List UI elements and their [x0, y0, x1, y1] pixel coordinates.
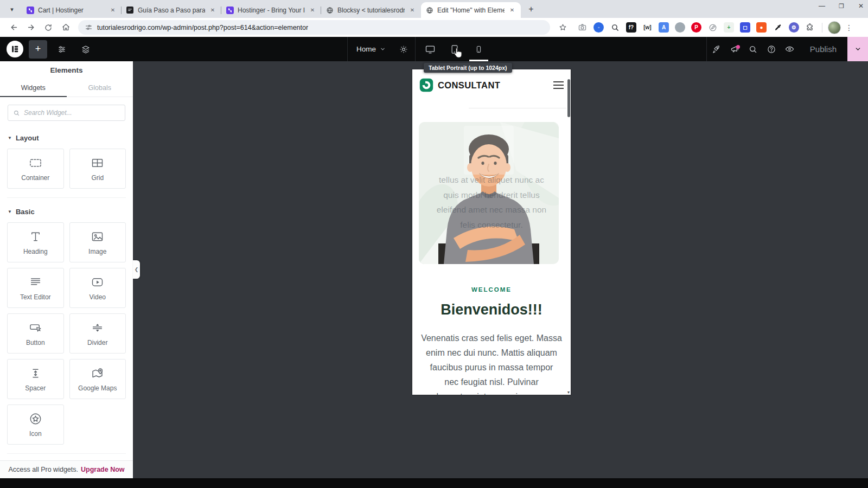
device-mobile-icon[interactable]: [467, 37, 491, 61]
scrollbar-down-arrow[interactable]: ▼: [566, 390, 571, 394]
widget-heading[interactable]: Heading: [7, 222, 64, 262]
forward-icon[interactable]: [24, 21, 38, 35]
site-brand[interactable]: CONSULTANT: [419, 78, 500, 92]
address-bar[interactable]: tutorialesrodrigo.com/wp-admin/post.php?…: [78, 20, 550, 35]
browser-tab[interactable]: Edit "Home" with Elementor✕: [421, 2, 521, 18]
section-divider: [469, 108, 566, 108]
widget-text-editor[interactable]: Text Editor: [7, 268, 64, 308]
structure-layers-icon[interactable]: [76, 40, 95, 59]
tab-close-icon[interactable]: ✕: [408, 6, 417, 15]
upgrade-now-link[interactable]: Upgrade Now: [81, 466, 125, 473]
maximize-button[interactable]: ❐: [838, 3, 845, 10]
browser-tab[interactable]: Guía Paso a Paso para Crear tu✕: [122, 2, 221, 18]
widget-divider[interactable]: Divider: [69, 313, 126, 354]
help-icon[interactable]: [762, 40, 781, 59]
browser-tab[interactable]: Hostinger - Bring Your Idea On✕: [221, 2, 321, 18]
document-switcher[interactable]: Home: [350, 45, 392, 53]
text-editor-icon: [28, 275, 43, 290]
section-caret-icon[interactable]: ▼: [8, 209, 12, 214]
leaf-extension-icon[interactable]: [675, 22, 685, 33]
widget-label: Text Editor: [20, 293, 51, 301]
minimize-button[interactable]: —: [818, 2, 826, 10]
profile-avatar[interactable]: [828, 21, 841, 34]
orange-extension-icon[interactable]: ●: [756, 22, 767, 33]
bookmark-star-icon[interactable]: [556, 21, 570, 35]
widget-grid[interactable]: Grid: [69, 149, 126, 189]
document-name: Home: [356, 45, 376, 53]
browser-tab[interactable]: Cart | Hostinger✕: [22, 2, 122, 18]
widget-image[interactable]: Image: [69, 222, 126, 262]
dropper-extension-icon[interactable]: [773, 22, 783, 33]
plus-extension-icon[interactable]: +: [724, 22, 734, 33]
page-preview[interactable]: CONSULTANT: [412, 69, 571, 395]
section-title[interactable]: Layout: [16, 134, 125, 142]
tab-close-icon[interactable]: ✕: [308, 6, 317, 15]
widget-spacer[interactable]: Spacer: [7, 359, 64, 399]
add-element-button[interactable]: +: [29, 40, 47, 59]
tab-title: Guía Paso a Paso para Crear tu: [138, 7, 205, 14]
new-tab-button[interactable]: +: [524, 2, 538, 16]
extensions-puzzle-icon[interactable]: [802, 21, 816, 35]
widget-video[interactable]: Video: [69, 268, 126, 308]
translate-extension-icon[interactable]: A: [659, 22, 669, 33]
notification-dot: [736, 45, 740, 49]
panel-collapse-handle[interactable]: ❮: [133, 260, 140, 279]
publish-options-chevron[interactable]: [847, 37, 868, 61]
hamburger-menu-icon[interactable]: [553, 81, 564, 89]
tab-search-chevron-icon[interactable]: ▾: [4, 2, 20, 17]
widget-google-maps[interactable]: Google Maps: [69, 359, 126, 399]
close-button[interactable]: ✕: [857, 2, 865, 10]
widget-label: Container: [21, 174, 49, 182]
device-tooltip: Tablet Portrait (up to 1024px): [424, 63, 512, 73]
pro-footer: Access all Pro widgets. Upgrade Now: [0, 460, 133, 478]
pencil-extension-icon[interactable]: [707, 22, 718, 33]
wave-extension-icon[interactable]: [w]: [642, 22, 653, 33]
back-icon[interactable]: [7, 21, 21, 35]
search-widget-input[interactable]: [24, 109, 120, 117]
page-settings-gear-icon[interactable]: [394, 40, 413, 59]
welcome-eyebrow: WELCOME: [412, 286, 571, 293]
preview-eye-icon[interactable]: [781, 40, 799, 59]
browser-menu-icon[interactable]: ⋮: [844, 23, 854, 32]
widget-label: Heading: [23, 248, 48, 255]
tab-close-icon[interactable]: ✕: [508, 6, 516, 15]
tab-title: Edit "Home" with Elementor: [437, 7, 505, 14]
device-desktop-icon[interactable]: [418, 37, 442, 61]
blue-badge-extension-icon[interactable]: ◦: [593, 22, 604, 33]
intro-paragraph[interactable]: Venenatis cras sed felis eget. Massaenim…: [419, 331, 564, 395]
tab-close-icon[interactable]: ✕: [108, 6, 117, 15]
section-caret-icon[interactable]: ▼: [8, 136, 12, 140]
whats-new-megaphone-icon[interactable]: [725, 40, 744, 59]
widget-button[interactable]: Button: [7, 313, 64, 354]
section-title[interactable]: Basic: [16, 208, 125, 216]
widget-label: Image: [88, 248, 106, 255]
divider-icon: [90, 320, 105, 335]
checklist-rocket-icon[interactable]: [707, 40, 725, 59]
tab-title: Cart | Hostinger: [38, 7, 105, 14]
url-text: tutorialesrodrigo.com/wp-admin/post.php?…: [97, 24, 308, 31]
home-icon[interactable]: [59, 21, 73, 35]
grid-blue-extension-icon[interactable]: ◻: [740, 22, 750, 33]
magnifier-extension-icon[interactable]: [610, 22, 620, 33]
camera-extension-icon[interactable]: [577, 22, 588, 33]
tab-close-icon[interactable]: ✕: [208, 6, 217, 15]
elementor-logo[interactable]: [7, 41, 23, 57]
reload-icon[interactable]: [41, 21, 55, 35]
browser-tab[interactable]: Blocksy < tutorialesrodrigo.co✕: [321, 2, 421, 18]
pinterest-extension-icon[interactable]: P: [691, 22, 701, 33]
tab-globals[interactable]: Globals: [67, 79, 133, 97]
site-settings-sliders-icon[interactable]: [53, 40, 71, 59]
widget-icon[interactable]: Icon: [7, 404, 64, 445]
tab-widgets[interactable]: Widgets: [0, 79, 67, 97]
site-settings-icon[interactable]: [85, 23, 93, 31]
publish-button[interactable]: Publish: [799, 37, 847, 61]
page-heading[interactable]: Bienvenidos!!!: [412, 301, 571, 318]
fq-extension-icon[interactable]: f?: [626, 22, 636, 33]
elementor-topbar: + Home: [0, 37, 868, 61]
preview-scrollbar-thumb[interactable]: [567, 79, 570, 117]
finder-search-icon[interactable]: [744, 40, 762, 59]
gear-extension-icon[interactable]: ⚙: [789, 22, 799, 33]
widget-label: Divider: [87, 339, 107, 346]
widget-container[interactable]: Container: [7, 149, 64, 189]
site-brand-name: CONSULTANT: [438, 80, 500, 91]
